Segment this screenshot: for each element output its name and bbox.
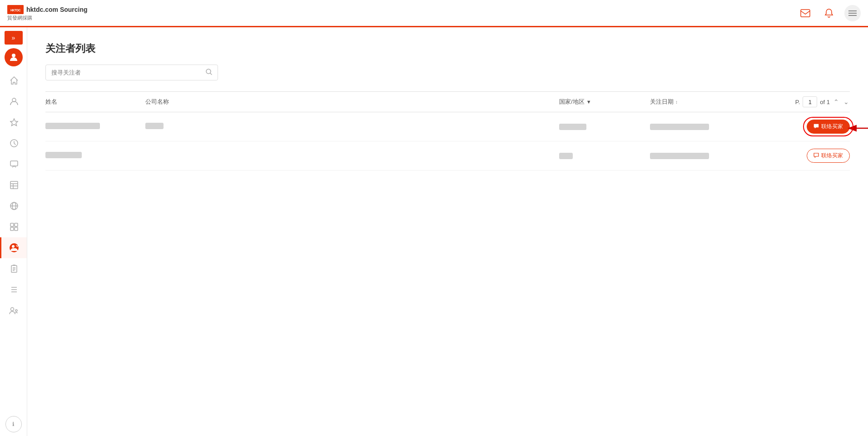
svg-rect-2	[801, 10, 810, 17]
sidebar-item-favorites[interactable]	[0, 112, 27, 133]
sidebar-item-user[interactable]	[0, 91, 27, 112]
contact-btn-label-1: 联络买家	[821, 123, 843, 130]
pagination-p-label: P.	[795, 99, 800, 105]
col-header-date: 关注日期 ↕	[650, 98, 750, 106]
chat-icon-2	[813, 153, 819, 159]
contact-buyer-button-1[interactable]: 联络买家	[807, 120, 850, 134]
col-header-company: 公司名称	[145, 98, 559, 106]
info-button[interactable]: ℹ	[5, 416, 22, 432]
row2-country-cell	[559, 153, 650, 159]
pagination: P. of 1 ⌃ ⌄	[795, 96, 850, 107]
bell-button[interactable]	[821, 5, 837, 21]
table-row: 联络买家	[45, 112, 850, 141]
row1-country-blurred	[559, 124, 586, 130]
col-header-pagination: P. of 1 ⌃ ⌄	[750, 96, 850, 107]
svg-rect-10	[10, 161, 18, 166]
logo-icon: HKTDC	[7, 5, 24, 14]
search-bar	[45, 65, 218, 80]
sidebar-avatar[interactable]	[5, 48, 23, 66]
sidebar-item-followers[interactable]	[0, 237, 27, 258]
sidebar-item-analytics[interactable]	[0, 216, 27, 237]
svg-rect-11	[10, 181, 18, 189]
sidebar-item-user-settings[interactable]	[0, 300, 27, 321]
sidebar-item-list[interactable]	[0, 279, 27, 300]
sidebar: »	[0, 27, 27, 436]
table-header: 姓名 公司名称 国家/地区 ▼ 关注日期 ↕ P. of 1 ⌃ ⌄	[45, 91, 850, 112]
svg-rect-20	[10, 227, 14, 231]
svg-point-31	[11, 308, 14, 311]
table-row: 联络买家	[45, 141, 850, 170]
row2-country-blurred	[559, 153, 573, 159]
search-input[interactable]	[51, 69, 206, 76]
row2-name-blurred	[45, 152, 82, 158]
main-layout: »	[0, 27, 868, 436]
page-up-button[interactable]: ⌃	[833, 97, 840, 106]
row1-action-cell: 联络买家	[750, 120, 850, 134]
col-header-country: 国家/地区 ▼	[559, 98, 650, 106]
row1-name-blurred	[45, 123, 100, 129]
row2-action-cell: 联络买家	[750, 149, 850, 163]
row1-date-cell	[650, 124, 750, 130]
sidebar-item-home[interactable]	[0, 70, 27, 91]
row1-country-cell	[559, 124, 650, 130]
followers-table: 姓名 公司名称 国家/地区 ▼ 关注日期 ↕ P. of 1 ⌃ ⌄	[45, 91, 850, 170]
page-title: 关注者列表	[45, 42, 850, 55]
sidebar-item-clipboard[interactable]	[0, 258, 27, 279]
header-icons	[797, 5, 861, 21]
sidebar-item-messages[interactable]	[0, 154, 27, 175]
svg-point-23	[12, 245, 15, 248]
row1-contact-wrapper: 联络买家	[807, 120, 850, 134]
email-button[interactable]	[797, 5, 813, 21]
svg-text:HKTDC: HKTDC	[10, 9, 20, 12]
svg-rect-19	[15, 223, 18, 226]
row1-date-blurred	[650, 124, 709, 130]
chat-icon-1	[813, 124, 819, 130]
svg-rect-21	[15, 227, 18, 231]
row1-company-blurred	[145, 123, 164, 129]
pagination-of-text: of 1	[820, 99, 830, 105]
brand-sub: 貿發網採購	[7, 15, 88, 21]
contact-buyer-button-2[interactable]: 联络买家	[807, 149, 850, 163]
search-icon	[206, 69, 212, 76]
logo-brand: HKTDC hktdc.com Sourcing	[7, 5, 88, 14]
svg-line-34	[210, 73, 212, 75]
sidebar-expand-button[interactable]: »	[5, 31, 23, 45]
svg-rect-18	[10, 223, 14, 226]
main-content: 关注者列表 姓名 公司名称 国家/地区 ▼ 关注	[27, 27, 868, 436]
page-number-input[interactable]	[803, 96, 817, 107]
country-filter-icon[interactable]: ▼	[586, 99, 591, 105]
menu-button[interactable]	[844, 5, 861, 21]
page-down-button[interactable]: ⌄	[843, 97, 850, 106]
contact-btn-label-2: 联络买家	[821, 152, 843, 160]
sidebar-item-table[interactable]	[0, 175, 27, 195]
sidebar-item-globe[interactable]	[0, 195, 27, 216]
logo: HKTDC hktdc.com Sourcing 貿發網採購	[7, 5, 88, 21]
row2-date-cell	[650, 153, 750, 159]
col-header-name: 姓名	[45, 98, 145, 106]
sidebar-item-history[interactable]	[0, 133, 27, 154]
date-sort-icon[interactable]: ↕	[675, 100, 678, 105]
app-header: HKTDC hktdc.com Sourcing 貿發網採購	[0, 0, 868, 27]
svg-point-6	[12, 54, 15, 57]
row1-company-cell	[145, 123, 559, 130]
row1-name-cell	[45, 123, 145, 130]
svg-point-32	[15, 310, 17, 311]
row2-date-blurred	[650, 153, 709, 159]
brand-name: hktdc.com Sourcing	[26, 6, 88, 13]
svg-marker-8	[10, 119, 18, 126]
row2-name-cell	[45, 152, 145, 160]
